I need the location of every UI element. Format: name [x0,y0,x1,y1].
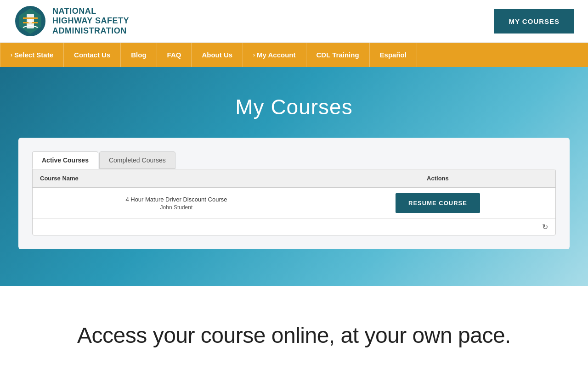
course-name-cell: 4 Hour Mature Driver Discount Course Joh… [33,188,320,219]
tab-active-courses[interactable]: Active Courses [32,151,98,169]
nav-item-cdl-training[interactable]: CDL Training [306,43,370,67]
svg-rect-3 [23,17,38,19]
logo-area: NATIONAL HIGHWAY SAFETY ADMINISTRATION [14,5,129,38]
nav-bar: › Select State Contact Us Blog FAQ About… [0,43,588,67]
nav-item-blog[interactable]: Blog [121,43,157,67]
courses-table-wrapper: Course Name Actions 4 Hour Mature Driver… [32,169,556,235]
nav-item-my-account[interactable]: › My Account [243,43,306,67]
nav-item-espanol[interactable]: Español [370,43,417,67]
site-header: NATIONAL HIGHWAY SAFETY ADMINISTRATION M… [0,0,588,43]
page-title: My Courses [9,95,579,119]
my-courses-header-button[interactable]: MY COURSES [494,9,574,34]
chevron-right-icon-account: › [253,52,255,58]
nav-item-about-us[interactable]: About Us [192,43,243,67]
courses-table: Course Name Actions 4 Hour Mature Driver… [33,169,555,235]
site-logo [14,5,47,38]
col-header-actions: Actions [320,169,555,188]
bottom-tagline: Access your course online, at your own p… [18,323,570,348]
table-header-row: Course Name Actions [33,169,555,188]
tabs-container: Active Courses Completed Courses [32,151,556,169]
refresh-cell: ↻ [33,219,555,235]
course-card: Active Courses Completed Courses Course … [18,138,570,249]
refresh-row: ↻ [33,219,555,235]
course-name-sub: John Student [40,204,313,211]
resume-course-button[interactable]: RESUME COURSE [396,193,480,213]
refresh-icon[interactable]: ↻ [542,223,548,231]
svg-point-5 [28,19,33,23]
actions-cell: RESUME COURSE [320,188,555,219]
col-header-course-name: Course Name [33,169,320,188]
tab-completed-courses[interactable]: Completed Courses [99,151,175,169]
nav-item-select-state[interactable]: › Select State [0,43,64,67]
course-name-main: 4 Hour Mature Driver Discount Course [40,196,313,203]
chevron-right-icon: › [11,52,12,58]
nav-item-faq[interactable]: FAQ [157,43,192,67]
hero-section: My Courses Active Courses Completed Cour… [0,67,588,286]
nav-item-contact-us[interactable]: Contact Us [64,43,121,67]
logo-text: NATIONAL HIGHWAY SAFETY ADMINISTRATION [52,6,129,36]
bottom-section: Access your course online, at your own p… [0,286,588,369]
table-row: 4 Hour Mature Driver Discount Course Joh… [33,188,555,219]
